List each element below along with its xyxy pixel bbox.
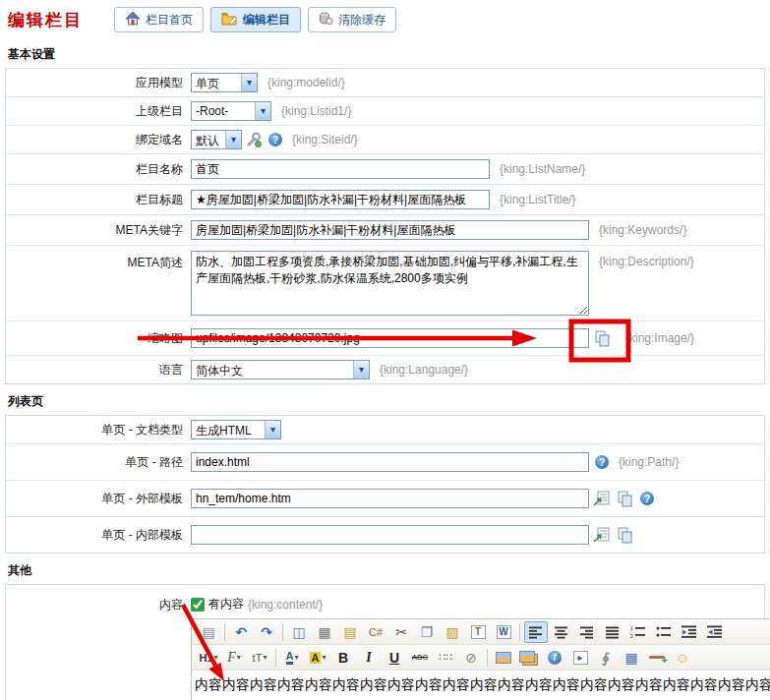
- content-label: 内容: [6, 595, 191, 613]
- text-color-icon[interactable]: A▾: [280, 647, 304, 669]
- parent-select[interactable]: -Root-: [191, 101, 271, 121]
- preview-icon[interactable]: ◫: [287, 621, 311, 643]
- field-row-model: 应用模型 单页 {king:modelid/}: [6, 69, 764, 97]
- path-help-icon[interactable]: [595, 455, 609, 469]
- toolbar-separator: [282, 623, 283, 641]
- description-template-tag: {king:Description/}: [599, 251, 694, 268]
- batch-image-icon[interactable]: [517, 647, 541, 669]
- name-template-tag: {king:ListName/}: [500, 162, 585, 176]
- italic-icon[interactable]: I: [357, 647, 381, 669]
- line-spacing-icon[interactable]: ∷∷: [434, 647, 457, 669]
- edit-category-button[interactable]: 编辑栏目: [210, 7, 301, 32]
- domain-select[interactable]: 默认: [191, 130, 242, 149]
- path-input[interactable]: [191, 452, 589, 472]
- cut-icon[interactable]: ✂: [389, 621, 413, 643]
- strikethrough-icon[interactable]: ABC: [408, 647, 432, 669]
- ordered-list-icon[interactable]: 12: [626, 621, 650, 643]
- font-size-icon[interactable]: tT▾: [248, 647, 271, 669]
- path-template-tag: {king:Path/}: [619, 455, 679, 469]
- outer-template-input[interactable]: [191, 489, 589, 508]
- paste-word-icon[interactable]: W: [492, 621, 515, 643]
- keywords-template-tag: {king:Keywords/}: [599, 223, 686, 237]
- title-input[interactable]: [191, 190, 490, 209]
- clear-cache-button[interactable]: 清除缓存: [308, 7, 396, 32]
- font-family-icon[interactable]: F▾: [222, 647, 246, 669]
- copy-icon[interactable]: ❐: [415, 621, 439, 643]
- domain-help-icon[interactable]: [268, 133, 282, 146]
- toolbar-separator: [224, 623, 225, 641]
- title-template-tag: {king:ListTitle/}: [500, 193, 576, 206]
- description-label: META简述: [6, 251, 191, 271]
- heading-icon[interactable]: H1▾: [197, 647, 220, 669]
- field-row-keywords: META关键字 {king:Keywords/}: [6, 215, 764, 246]
- attachment-icon[interactable]: ∮: [594, 647, 618, 669]
- flash-icon[interactable]: f: [543, 647, 566, 669]
- field-row-domain: 绑定域名 默认 {king:Siteid/}: [6, 126, 764, 154]
- model-select[interactable]: 单页: [191, 73, 258, 92]
- video-icon[interactable]: ▸: [568, 647, 592, 669]
- paste-icon[interactable]: ▨: [441, 621, 464, 643]
- inner-template-select-icon[interactable]: [593, 526, 612, 544]
- section-other-title: 其他: [0, 554, 770, 584]
- parent-template-tag: {king:Listid1/}: [281, 104, 351, 118]
- keywords-input[interactable]: [191, 220, 589, 240]
- model-template-tag: {king:modelid/}: [267, 76, 345, 89]
- inner-template-input[interactable]: [191, 525, 589, 545]
- align-center-icon[interactable]: [550, 621, 573, 643]
- table-icon[interactable]: ▦: [620, 647, 643, 669]
- paste-text-icon[interactable]: T: [466, 621, 490, 643]
- name-input[interactable]: [191, 159, 490, 179]
- thumbnail-browse-copy-icon[interactable]: [593, 329, 612, 348]
- toolbar-separator: [487, 649, 488, 667]
- rich-text-editor: ▤↶↷◫▦▤C#✂❐▨TW12 H1▾F▾tT▾A▾A▾BIUABC∷∷⊘f▸∮…: [191, 618, 770, 700]
- outer-template-select-icon[interactable]: [593, 490, 612, 507]
- list-panel: 单页 - 文档类型 生成HTML 单页 - 路径 {king:Path/} 单页…: [5, 415, 765, 554]
- editor-content-area[interactable]: 内容内容内容内容内容内容内容内容内容内容内容内容内容内容内容内容内容内容内容内容…: [192, 671, 770, 700]
- eraser-icon[interactable]: ⊘: [459, 647, 483, 669]
- align-left-icon[interactable]: [524, 621, 548, 643]
- toolbar-separator: [519, 623, 520, 641]
- doctype-select[interactable]: 生成HTML: [191, 420, 281, 439]
- editor-toolbar-row2: H1▾F▾tT▾A▾A▾BIUABC∷∷⊘f▸∮▦☺: [192, 645, 770, 671]
- outer-template-copy-icon[interactable]: [616, 490, 634, 508]
- thumbnail-input[interactable]: [191, 328, 589, 348]
- print-icon[interactable]: ▦: [313, 621, 336, 643]
- section-basic-title: 基本设置: [0, 37, 770, 68]
- code-icon[interactable]: C#: [364, 621, 387, 643]
- outer-template-label: 单页 - 外部模板: [6, 491, 191, 507]
- source-icon[interactable]: ▤: [197, 621, 220, 643]
- justify-icon[interactable]: [601, 621, 624, 643]
- field-row-content: 内容 有内容{king:content/} ▤↶↷◫▦▤C#✂❐▨TW12 H1…: [6, 585, 764, 700]
- field-row-doctype: 单页 - 文档类型 生成HTML: [6, 416, 764, 444]
- category-home-button[interactable]: 栏目首页: [114, 7, 204, 32]
- has-content-checkbox[interactable]: [191, 598, 205, 612]
- language-select[interactable]: 简体中文: [191, 360, 370, 379]
- horizontal-rule-icon[interactable]: [645, 647, 669, 669]
- undo-icon[interactable]: ↶: [229, 621, 253, 643]
- bold-icon[interactable]: B: [331, 647, 355, 669]
- language-template-tag: {king:Language/}: [380, 363, 468, 377]
- domain-settings-wrench-icon[interactable]: [246, 132, 263, 147]
- other-panel: 内容 有内容{king:content/} ▤↶↷◫▦▤C#✂❐▨TW12 H1…: [5, 584, 765, 700]
- chevron-down-icon: [353, 361, 369, 379]
- parent-label: 上级栏目: [6, 103, 191, 120]
- underline-icon[interactable]: U: [383, 647, 406, 669]
- inner-template-copy-icon[interactable]: [616, 526, 634, 545]
- redo-icon[interactable]: ↷: [255, 621, 278, 643]
- field-row-title: 栏目标题 {king:ListTitle/}: [6, 185, 764, 215]
- outdent-icon[interactable]: [703, 621, 727, 643]
- outer-template-help-icon[interactable]: [640, 492, 654, 505]
- unordered-list-icon[interactable]: [652, 621, 676, 643]
- templates-icon[interactable]: ▤: [338, 621, 362, 643]
- image-icon[interactable]: [492, 647, 515, 669]
- description-textarea[interactable]: 防水、加固工程多项资质,承接桥梁加固,基础加固,纠偏与平移,补漏工程,生产屋面隔…: [191, 251, 589, 316]
- domain-label: 绑定域名: [6, 132, 191, 148]
- field-row-outer-template: 单页 - 外部模板: [6, 481, 764, 517]
- align-right-icon[interactable]: [575, 621, 599, 643]
- bg-color-icon[interactable]: A▾: [306, 647, 329, 669]
- emoticon-icon[interactable]: ☺: [671, 647, 694, 669]
- thumbnail-label: 缩略图: [6, 330, 191, 347]
- edit-category-page: 编辑栏目 栏目首页 编辑栏目 清除缓存 基本设置 应用模型 单页 {ki: [0, 0, 770, 700]
- field-row-description: META简述 防水、加固工程多项资质,承接桥梁加固,基础加固,纠偏与平移,补漏工…: [6, 246, 764, 321]
- indent-icon[interactable]: [678, 621, 701, 643]
